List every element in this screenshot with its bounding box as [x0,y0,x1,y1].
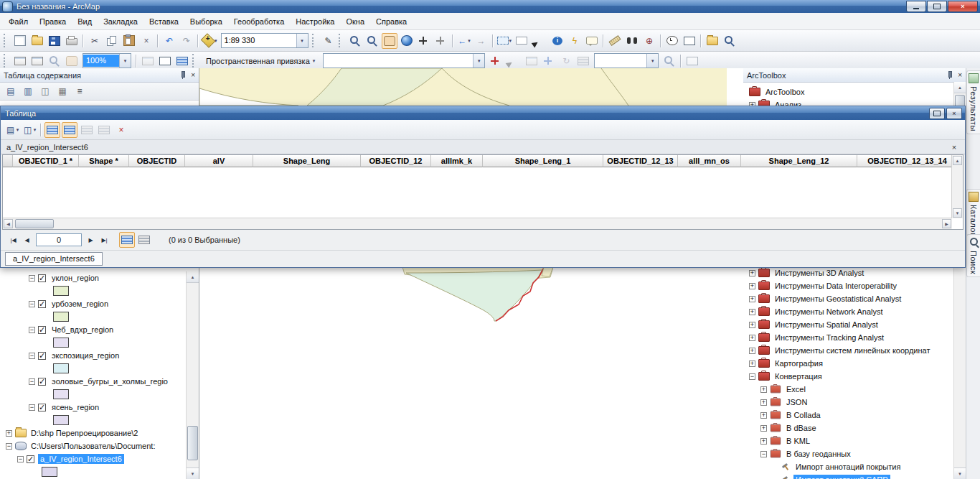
expand-icon[interactable] [760,399,767,406]
collapse-icon[interactable] [749,373,755,380]
expand-icon[interactable] [760,412,767,419]
toc-options-icon[interactable]: ≡ [72,83,88,99]
undo-icon[interactable]: ↶ [161,33,177,49]
dropdown-arrow-icon[interactable]: ▾ [646,54,658,68]
link-table-icon[interactable] [524,53,540,69]
expand-icon[interactable] [749,335,755,341]
zoom-in-icon[interactable] [347,33,363,49]
hyperlink-icon[interactable]: ϟ [567,33,583,49]
modify-link-icon[interactable] [505,53,522,69]
menu-item[interactable]: Файл [3,15,34,28]
select-features-icon[interactable]: ▾ [496,33,513,49]
layer-item[interactable]: ясень_region [0,401,187,414]
scroll-up-icon[interactable]: ▲ [187,271,199,283]
toolbox-item[interactable]: В базу геоданных [743,447,954,460]
menu-item[interactable]: Окна [340,15,370,28]
scroll-down-icon[interactable]: ▼ [953,208,962,218]
toolbox-item[interactable]: Инструменты Geostatistical Analyst [743,292,954,305]
toolbox-item[interactable]: В Collada [743,409,954,422]
column-header[interactable]: alV [185,155,253,167]
list-by-source-icon[interactable]: ▥ [20,83,36,99]
dropdown-arrow-icon[interactable]: ▾ [473,54,484,68]
expand-icon[interactable] [749,348,755,354]
scroll-down-icon[interactable]: ▼ [954,468,966,479]
list-by-selection-icon[interactable]: ▦ [55,83,70,99]
related-tables-icon[interactable]: ◫▾ [22,122,37,138]
new-document-icon[interactable] [12,33,28,49]
pan-page-icon[interactable] [64,53,80,69]
toolbox-item[interactable]: Инструменты 3D Analyst [743,266,954,279]
record-input[interactable]: 0 [36,233,82,246]
toolbox-item[interactable]: Импорт аннотаций САПР [743,473,954,479]
switch-selection-icon[interactable] [62,122,77,138]
delete-icon[interactable]: × [138,33,154,49]
list-by-visibility-icon[interactable]: ◫ [37,83,53,99]
rotate-adjust-icon[interactable]: ↻ [558,53,574,69]
page-zoom-combo[interactable]: 100%▾ [83,53,131,68]
collapse-icon[interactable] [17,456,24,462]
spatial-adjustment-button[interactable]: Пространственная привязка▾ [202,54,319,68]
open-icon[interactable] [29,33,45,49]
toolbox-item[interactable]: Excel [743,383,954,396]
geodatabase-item[interactable]: C:\Users\Пользователь\Document: [0,440,187,452]
toolbox-item[interactable]: JSON [743,396,954,409]
folder-item[interactable]: D:\shp Перепроецирование\2 [0,427,187,440]
focus-dataframe-icon[interactable] [157,53,173,69]
layer-swatch[interactable] [53,363,69,373]
collapse-icon[interactable] [29,275,35,282]
table-horizontal-scrollbar[interactable]: ◀ ▶ [3,218,952,229]
last-record-button[interactable]: ▶| [98,234,110,246]
dock-tab-catalog[interactable]: Каталог [966,189,980,239]
expand-icon[interactable] [749,309,755,315]
arctoolbox-close-icon[interactable]: × [958,71,962,79]
paste-icon[interactable] [121,33,137,49]
scroll-down-icon[interactable]: ▼ [187,468,199,479]
highlight-selected-icon[interactable] [44,122,60,138]
next-record-button[interactable]: ▶ [85,234,97,246]
data-view-icon[interactable] [12,53,28,69]
menu-item[interactable]: Вид [72,15,98,28]
layer-checkbox[interactable] [38,300,46,308]
scroll-up-icon[interactable]: ▲ [953,156,962,165]
layer-checkbox[interactable] [38,404,46,411]
layer-checkbox[interactable] [38,274,46,282]
fixed-zoom-in-icon[interactable] [416,33,432,49]
layer-checkbox[interactable] [38,326,46,334]
table-vertical-scrollbar[interactable]: ▲ ▼ [951,155,963,218]
adjustment-layer-combo[interactable]: ▾ [323,53,485,68]
select-elements-icon[interactable] [531,33,548,49]
collapse-icon[interactable] [29,404,35,411]
zoom-page-icon[interactable] [47,53,62,69]
layer-item[interactable]: экспозиция_region [0,349,187,362]
menu-item[interactable]: Правка [34,15,72,28]
back-extent-icon[interactable]: ←▾ [456,33,472,49]
layer-swatch[interactable] [53,286,69,296]
toolbox-item[interactable]: В dBase [743,422,954,434]
toolbar-grip[interactable] [192,54,197,68]
toc-close-icon[interactable]: × [191,71,195,79]
expand-icon[interactable] [760,386,767,393]
first-record-button[interactable]: |◀ [7,234,19,246]
expand-icon[interactable] [749,283,755,289]
go-to-xy-icon[interactable]: ⊕ [641,33,657,49]
find-icon[interactable] [624,33,640,49]
toolbar-grip[interactable] [4,34,8,47]
layer-swatch[interactable] [53,312,69,322]
selected-layer-item[interactable]: a_IV_region_Intersect6 [0,452,187,465]
catalog-window-icon[interactable] [705,33,720,49]
table-maximize-button[interactable] [929,108,945,119]
redo-icon[interactable]: ↷ [179,33,194,49]
cut-icon[interactable]: ✂ [87,33,103,49]
minimize-button[interactable] [906,1,926,12]
close-button[interactable]: × [948,1,978,12]
layer-swatch[interactable] [53,389,69,399]
collapse-icon[interactable] [6,443,12,450]
column-header[interactable]: alllmk_k [431,155,483,167]
zoom-out-icon[interactable] [364,33,380,49]
menu-item[interactable]: Справка [370,15,413,28]
toolbox-item[interactable]: Конвертация [743,370,954,383]
scale-combo[interactable]: 1:89 330▾ [221,33,308,48]
list-by-drawing-order-icon[interactable]: ▤ [3,83,19,99]
save-icon[interactable] [47,33,62,49]
zoom-adjust-icon[interactable] [661,53,677,69]
